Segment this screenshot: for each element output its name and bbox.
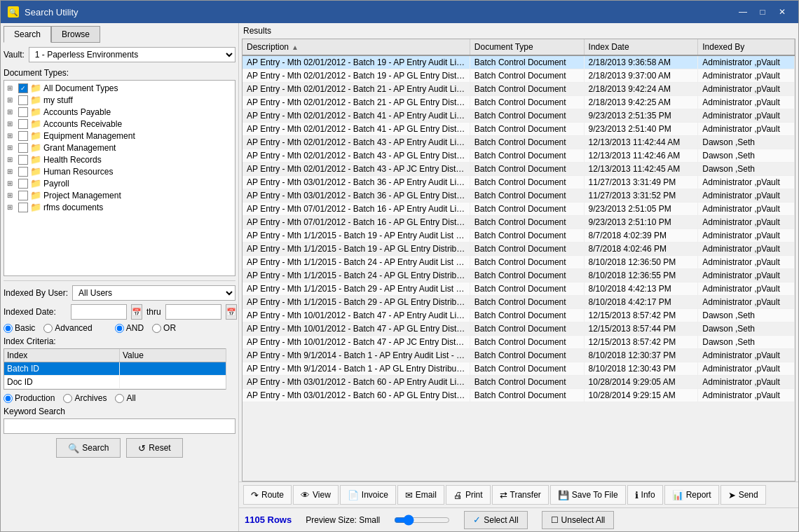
indexed-date-to[interactable]	[165, 304, 221, 320]
col-header-description[interactable]: Description ▲	[243, 39, 470, 55]
index-col-index: Index	[4, 349, 120, 362]
tree-item-4[interactable]: ⊞ 📁 Equipment Management	[6, 130, 233, 142]
transfer-button[interactable]: ⇄ Transfer	[492, 485, 549, 505]
table-row[interactable]: AP Entry - Mth 03/01/2012 - Batch 36 - A…	[243, 176, 795, 189]
tree-item-0[interactable]: ⊞ ✓ 📁 All Document Types	[6, 82, 233, 94]
table-row[interactable]: AP Entry - Mth 07/01/2012 - Batch 16 - A…	[243, 203, 795, 216]
tree-check-10[interactable]	[18, 203, 28, 212]
table-row[interactable]: AP Entry - Mth 1/1/2015 - Batch 24 - AP …	[243, 269, 795, 282]
cell-by-21: Dawson ,Seth	[698, 336, 795, 348]
index-scrollbar[interactable]	[226, 348, 235, 390]
tree-check-6[interactable]	[18, 155, 28, 165]
tree-check-1[interactable]	[18, 95, 28, 105]
indexed-by-select[interactable]: All Users	[72, 285, 235, 301]
calendar-to-button[interactable]: 📅	[226, 304, 237, 320]
tree-check-9[interactable]	[18, 191, 28, 200]
tree-check-4[interactable]	[18, 131, 28, 141]
batch-id-input[interactable]	[123, 364, 232, 374]
table-row[interactable]: AP Entry - Mth 1/1/2015 - Batch 24 - AP …	[243, 256, 795, 269]
cell-by-8: Dawson ,Seth	[698, 163, 795, 175]
table-row[interactable]: AP Entry - Mth 1/1/2015 - Batch 29 - AP …	[243, 296, 795, 309]
table-row[interactable]: AP Entry - Mth 03/01/2012 - Batch 36 - A…	[243, 189, 795, 203]
table-row[interactable]: AP Entry - Mth 02/01/2012 - Batch 19 - A…	[243, 69, 795, 83]
minimize-button[interactable]: —	[734, 4, 752, 20]
table-row[interactable]: AP Entry - Mth 02/01/2012 - Batch 19 - A…	[243, 56, 795, 69]
maximize-button[interactable]: □	[753, 4, 772, 20]
radio-advanced[interactable]: Advanced	[43, 323, 92, 333]
table-row[interactable]: AP Entry - Mth 07/01/2012 - Batch 16 - A…	[243, 216, 795, 229]
table-row[interactable]: AP Entry - Mth 02/01/2012 - Batch 43 - A…	[243, 136, 795, 149]
info-button[interactable]: ℹ Info	[627, 485, 663, 505]
index-cell-batch-value[interactable]	[120, 362, 235, 376]
cell-desc-10: AP Entry - Mth 03/01/2012 - Batch 36 - A…	[243, 189, 470, 202]
search-button[interactable]: 🔍 Search	[56, 438, 121, 458]
table-row[interactable]: AP Entry - Mth 1/1/2015 - Batch 19 - AP …	[243, 229, 795, 243]
table-row[interactable]: AP Entry - Mth 02/01/2012 - Batch 41 - A…	[243, 109, 795, 123]
calendar-from-button[interactable]: 📅	[131, 304, 142, 320]
tree-item-2[interactable]: ⊞ 📁 Accounts Payable	[6, 106, 233, 118]
table-row[interactable]: AP Entry - Mth 02/01/2012 - Batch 43 - A…	[243, 163, 795, 176]
tree-item-8[interactable]: ⊞ 📁 Payroll	[6, 177, 233, 189]
col-header-date[interactable]: Index Date	[585, 39, 699, 55]
tree-item-6[interactable]: ⊞ 📁 Health Records	[6, 154, 233, 165]
tree-item-7[interactable]: ⊞ 📁 Human Resources	[6, 165, 233, 177]
indexed-date-from[interactable]	[71, 304, 127, 320]
send-button[interactable]: ➤ Send	[721, 485, 766, 505]
table-row[interactable]: AP Entry - Mth 9/1/2014 - Batch 1 - AP G…	[243, 362, 795, 376]
tree-folder-3: 📁	[30, 118, 41, 129]
table-row[interactable]: AP Entry - Mth 10/01/2012 - Batch 47 - A…	[243, 309, 795, 322]
table-row[interactable]: AP Entry - Mth 03/01/2012 - Batch 60 - A…	[243, 376, 795, 389]
unselect-all-button[interactable]: ☐ Unselect All	[542, 511, 615, 529]
radio-archives[interactable]: Archives	[63, 393, 107, 403]
tab-browse[interactable]: Browse	[51, 26, 100, 43]
index-row-batch[interactable]: Batch ID	[4, 362, 235, 376]
save-to-file-button[interactable]: 💾 Save To File	[550, 485, 626, 505]
reset-button[interactable]: ↺ Reset	[126, 438, 182, 458]
table-row[interactable]: AP Entry - Mth 10/01/2012 - Batch 47 - A…	[243, 322, 795, 336]
tree-check-0[interactable]: ✓	[18, 83, 28, 93]
col-header-by[interactable]: Indexed By	[698, 39, 795, 55]
status-bar: 1105 Rows Preview Size: Small ✓ Select A…	[239, 507, 798, 531]
radio-production[interactable]: Production	[4, 393, 55, 403]
col-header-type[interactable]: Document Type	[470, 39, 585, 55]
radio-basic[interactable]: Basic	[4, 323, 35, 333]
tree-item-9[interactable]: ⊞ 📁 Project Management	[6, 189, 233, 201]
radio-or[interactable]: OR	[152, 323, 176, 333]
table-row[interactable]: AP Entry - Mth 10/01/2012 - Batch 47 - A…	[243, 336, 795, 349]
tree-item-5[interactable]: ⊞ 📁 Grant Management	[6, 142, 233, 154]
email-button[interactable]: ✉ Email	[397, 485, 444, 505]
vault-select[interactable]: 1 - Paperless Environments	[29, 47, 235, 62]
table-row[interactable]: AP Entry - Mth 1/1/2015 - Batch 19 - AP …	[243, 243, 795, 256]
view-button[interactable]: 👁 View	[293, 485, 339, 505]
tree-label-0: All Document Types	[43, 83, 118, 93]
index-cell-doc-value[interactable]	[120, 376, 235, 389]
radio-and[interactable]: AND	[115, 323, 144, 333]
tree-check-3[interactable]	[18, 119, 28, 129]
close-button[interactable]: ✕	[773, 4, 791, 20]
table-row[interactable]: AP Entry - Mth 02/01/2012 - Batch 21 - A…	[243, 83, 795, 96]
tree-check-5[interactable]	[18, 143, 28, 153]
preview-size-slider[interactable]	[394, 514, 450, 526]
tree-check-8[interactable]	[18, 179, 28, 189]
table-row[interactable]: AP Entry - Mth 9/1/2014 - Batch 1 - AP E…	[243, 349, 795, 362]
tree-item-3[interactable]: ⊞ 📁 Accounts Receivable	[6, 118, 233, 130]
table-row[interactable]: AP Entry - Mth 02/01/2012 - Batch 41 - A…	[243, 123, 795, 136]
index-row-doc[interactable]: Doc ID	[4, 376, 235, 389]
table-row[interactable]: AP Entry - Mth 03/01/2012 - Batch 60 - A…	[243, 389, 795, 402]
keyword-input[interactable]	[4, 418, 235, 434]
report-button[interactable]: 📊 Report	[664, 485, 719, 505]
invoice-button[interactable]: 📄 Invoice	[340, 485, 396, 505]
select-all-button[interactable]: ✓ Select All	[464, 511, 527, 529]
route-button[interactable]: ↷ Route	[243, 485, 292, 505]
tree-item-1[interactable]: ⊞ 📁 my stuff	[6, 94, 233, 106]
tab-search[interactable]: Search	[4, 26, 51, 43]
cell-by-4: Administrator ,pVault	[698, 109, 795, 122]
radio-all[interactable]: All	[115, 393, 135, 403]
tree-check-2[interactable]	[18, 107, 28, 117]
table-row[interactable]: AP Entry - Mth 02/01/2012 - Batch 21 - A…	[243, 96, 795, 109]
tree-check-7[interactable]	[18, 167, 28, 177]
print-button[interactable]: 🖨 Print	[446, 485, 491, 505]
table-row[interactable]: AP Entry - Mth 02/01/2012 - Batch 43 - A…	[243, 149, 795, 163]
table-row[interactable]: AP Entry - Mth 1/1/2015 - Batch 29 - AP …	[243, 282, 795, 296]
tree-item-10[interactable]: ⊞ 📁 rfms documents	[6, 201, 233, 213]
